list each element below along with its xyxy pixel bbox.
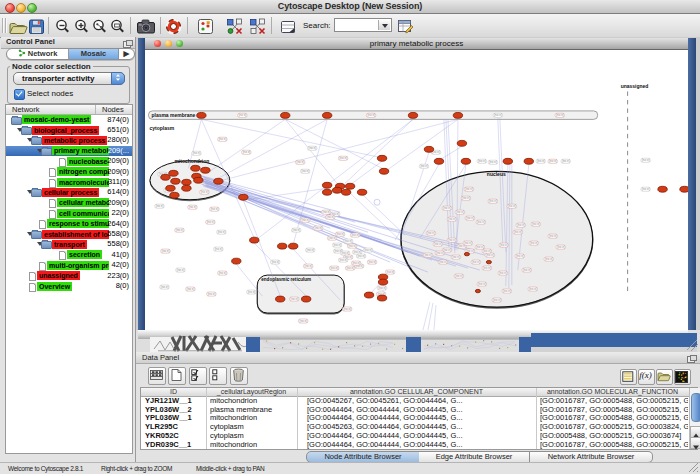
svg-text:[no e]: [no e] — [219, 137, 227, 141]
svg-text:[no e]: [no e] — [455, 274, 463, 278]
svg-text:[no e]: [no e] — [545, 257, 553, 261]
svg-text:plasma membrane: plasma membrane — [151, 111, 195, 117]
svg-text:[no e]: [no e] — [465, 187, 473, 191]
svg-text:[no e]: [no e] — [161, 285, 169, 289]
svg-text:[no e]: [no e] — [302, 169, 310, 173]
svg-text:[no e]: [no e] — [489, 160, 497, 164]
svg-text:[no e]: [no e] — [302, 218, 310, 222]
svg-text:[no e]: [no e] — [352, 233, 360, 237]
svg-text:[no e]: [no e] — [293, 228, 301, 232]
svg-text:[no e]: [no e] — [334, 243, 342, 247]
svg-text:[no e]: [no e] — [483, 249, 491, 253]
svg-text:[no e]: [no e] — [243, 150, 251, 154]
svg-text:[no e]: [no e] — [345, 239, 353, 243]
svg-text:[no e]: [no e] — [340, 156, 348, 160]
svg-text:[no e]: [no e] — [309, 146, 317, 150]
svg-text:[no e]: [no e] — [434, 242, 442, 246]
svg-text:[no e]: [no e] — [537, 159, 545, 163]
svg-text:[no e]: [no e] — [358, 254, 366, 258]
svg-text:cytoplasm: cytoplasm — [149, 125, 174, 131]
svg-text:[no e]: [no e] — [315, 226, 323, 230]
svg-text:[no e]: [no e] — [464, 241, 472, 245]
svg-text:[no e]: [no e] — [368, 260, 376, 264]
svg-text:[no e]: [no e] — [557, 245, 565, 249]
svg-text:[no e]: [no e] — [327, 215, 335, 219]
svg-text:[no e]: [no e] — [272, 260, 280, 264]
svg-text:[no e]: [no e] — [556, 113, 564, 117]
svg-text:[no e]: [no e] — [215, 247, 223, 251]
svg-text:[no e]: [no e] — [452, 255, 460, 259]
svg-text:[no e]: [no e] — [378, 286, 386, 290]
svg-text:[no e]: [no e] — [508, 204, 516, 208]
svg-text:[no e]: [no e] — [340, 258, 348, 262]
svg-text:[no e]: [no e] — [493, 298, 501, 302]
svg-text:[no e]: [no e] — [329, 236, 337, 240]
svg-text:[no e]: [no e] — [331, 266, 339, 270]
svg-text:[no e]: [no e] — [291, 297, 299, 301]
svg-text:[no e]: [no e] — [156, 204, 164, 208]
svg-text:[no e]: [no e] — [530, 241, 538, 245]
svg-text:[no e]: [no e] — [532, 222, 540, 226]
svg-text:[no e]: [no e] — [448, 238, 456, 242]
svg-text:[no e]: [no e] — [208, 292, 216, 296]
svg-text:[no e]: [no e] — [517, 223, 525, 227]
svg-text:[no e]: [no e] — [218, 230, 226, 234]
svg-text:[no e]: [no e] — [503, 289, 511, 293]
svg-text:[no e]: [no e] — [486, 253, 494, 257]
svg-text:mitochondrion: mitochondrion — [174, 158, 209, 164]
svg-text:[no e]: [no e] — [177, 268, 185, 272]
svg-text:[no e]: [no e] — [337, 232, 345, 236]
svg-text:[no e]: [no e] — [478, 159, 486, 163]
svg-text:[no e]: [no e] — [436, 251, 444, 255]
svg-text:[no e]: [no e] — [562, 159, 570, 163]
svg-text:[no e]: [no e] — [514, 230, 522, 234]
svg-text:[no e]: [no e] — [456, 210, 464, 214]
svg-text:[no e]: [no e] — [211, 207, 219, 211]
svg-text:[no e]: [no e] — [500, 243, 508, 247]
svg-text:[no e]: [no e] — [367, 113, 375, 117]
svg-text:[no e]: [no e] — [344, 307, 352, 311]
svg-text:[no e]: [no e] — [297, 160, 305, 164]
svg-text:[no e]: [no e] — [323, 210, 331, 214]
svg-text:[no e]: [no e] — [439, 260, 447, 264]
svg-text:[no e]: [no e] — [248, 290, 256, 294]
svg-text:[no e]: [no e] — [477, 220, 485, 224]
svg-text:[no e]: [no e] — [207, 220, 215, 224]
svg-text:[no e]: [no e] — [642, 158, 650, 162]
svg-text:unassigned: unassigned — [621, 83, 649, 89]
svg-text:[no e]: [no e] — [176, 228, 184, 232]
svg-text:[no e]: [no e] — [300, 319, 308, 323]
svg-text:[no e]: [no e] — [448, 217, 456, 221]
svg-text:[no e]: [no e] — [489, 199, 497, 203]
svg-text:[no e]: [no e] — [499, 271, 507, 275]
svg-text:[no e]: [no e] — [478, 282, 486, 286]
svg-text:[no e]: [no e] — [494, 113, 502, 117]
svg-text:[no e]: [no e] — [193, 151, 201, 155]
svg-text:[no e]: [no e] — [427, 231, 435, 235]
svg-text:[no e]: [no e] — [443, 206, 451, 210]
svg-text:[no e]: [no e] — [349, 244, 357, 248]
svg-text:[no e]: [no e] — [347, 266, 355, 270]
svg-text:endoplasmic reticulum: endoplasmic reticulum — [261, 277, 311, 282]
svg-text:[no e]: [no e] — [239, 113, 247, 117]
svg-text:[no e]: [no e] — [529, 287, 537, 291]
svg-text:[no e]: [no e] — [424, 253, 432, 257]
svg-text:[no e]: [no e] — [307, 248, 315, 252]
svg-text:[no e]: [no e] — [483, 266, 491, 270]
svg-text:[no e]: [no e] — [189, 205, 197, 209]
svg-text:[no e]: [no e] — [201, 190, 209, 194]
svg-text:[no e]: [no e] — [162, 249, 170, 253]
svg-text:[no e]: [no e] — [466, 216, 474, 220]
svg-text:[no e]: [no e] — [386, 270, 394, 274]
svg-text:nucleus: nucleus — [487, 170, 506, 176]
svg-text:[no e]: [no e] — [187, 287, 195, 291]
svg-text:[no e]: [no e] — [364, 248, 372, 252]
svg-text:[no e]: [no e] — [305, 264, 313, 268]
svg-text:[no e]: [no e] — [420, 164, 428, 168]
svg-text:[no e]: [no e] — [472, 260, 480, 264]
svg-text:[no e]: [no e] — [642, 187, 650, 191]
svg-text:[no e]: [no e] — [219, 271, 227, 275]
svg-text:[no e]: [no e] — [549, 234, 557, 238]
svg-text:[no e]: [no e] — [353, 261, 361, 265]
svg-text:[no e]: [no e] — [462, 196, 470, 200]
